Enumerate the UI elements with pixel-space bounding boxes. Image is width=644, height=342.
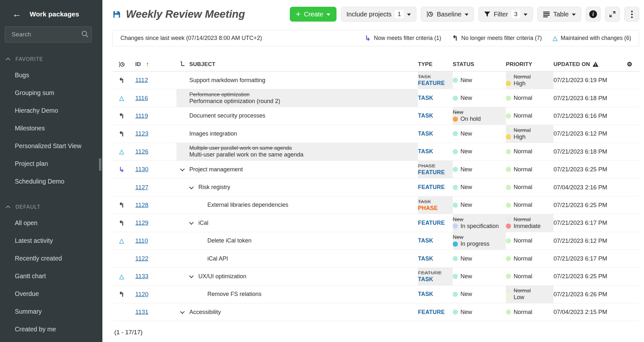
work-package-id-link[interactable]: 1128 [135,202,148,209]
more-options-button[interactable] [624,7,639,22]
fullscreen-button[interactable] [605,7,620,22]
type-cell: FEATURE [418,303,453,321]
subject-value: UX/UI optimization [198,273,246,280]
sidebar-item-personalized-start-view[interactable]: Personalized Start View [0,137,102,155]
id-cell: 1128 [131,196,176,214]
row-settings-cell [620,143,639,160]
sidebar-item-created-by-me[interactable]: Created by me [0,320,102,338]
status-value: New [453,273,472,280]
table-row[interactable]: ↰1119Document security processesTASKNewO… [112,107,639,125]
work-package-id-link[interactable]: 1129 [135,219,148,226]
info-button[interactable]: i [586,7,601,22]
sidebar-item-gantt-chart[interactable]: Gantt chart [0,267,102,285]
table-row[interactable]: 1122iCal APITASKNewNormal07/21/2023 6:17… [112,250,639,268]
column-header-status[interactable]: STATUS [453,57,506,71]
sidebar-item-latest-activity[interactable]: Latest activity [0,232,102,250]
type-lines: TASK [418,95,433,101]
work-package-id-link[interactable]: 1123 [135,130,148,137]
create-button[interactable]: + Create [290,7,336,22]
gear-icon: ⚙ [627,61,632,68]
status-dot-icon [506,309,511,315]
sidebar-item-summary[interactable]: Summary [0,303,102,320]
sidebar-item-all-open[interactable]: All open [0,214,102,232]
sidebar-item-bugs[interactable]: Bugs [0,66,102,84]
priority-lines: NormalHigh [506,127,531,140]
subject-text: Accessibility [189,309,221,316]
collapse-chevron-icon[interactable] [189,221,198,224]
updated-on-cell: 07/21/2023 6:25 PM [554,268,620,285]
priority-cell: NormalHigh [506,71,554,89]
include-projects-button[interactable]: Include projects 1 [341,7,417,22]
status-dot-icon [506,113,511,119]
no-longer-meets-arrow-icon: ↰ [119,112,125,119]
work-package-id-link[interactable]: 1126 [135,148,148,155]
sidebar-section-header[interactable]: FAVORITE [0,52,102,66]
table-row[interactable]: ↰1123Images integrationTASKNewNormalHigh… [112,125,639,143]
subject-cell: External libraries dependencies [176,196,418,214]
table-row[interactable]: ↰1120Remove FS relationsTASKNewNormalLow… [112,286,639,303]
row-change-icon-cell [112,250,131,267]
type-value: TASK [418,112,433,119]
collapse-chevron-icon[interactable] [189,275,198,278]
status-value: New [453,291,472,298]
column-header-updated-on[interactable]: UPDATED ON [554,57,620,71]
filter-button[interactable]: Filter 3 [478,7,533,22]
work-package-id-link[interactable]: 1112 [135,77,148,84]
table-row[interactable]: △1133UX/UI optimizationFEATURETASKNewNor… [112,268,639,285]
sidebar-item-overdue[interactable]: Overdue [0,285,102,303]
collapse-chevron-icon[interactable] [180,168,189,171]
updated-on-cell: 07/21/2023 6:19 PM [554,71,620,89]
search-input[interactable] [5,26,92,43]
work-package-id-link[interactable]: 1122 [135,255,148,262]
sidebar-item-milestones[interactable]: Milestones [0,119,102,137]
sidebar-item-scheduling-demo[interactable]: Scheduling Demo [0,173,102,190]
priority-lines: Normal [506,309,532,316]
status-value: New [453,95,472,101]
column-header-subject[interactable]: SUBJECT [176,57,418,71]
column-header-priority[interactable]: PRIORITY [506,57,554,71]
table-row[interactable]: △1116Performance optimizationPerformance… [112,89,639,107]
back-arrow-icon[interactable]: ← [12,10,21,19]
work-package-id-link[interactable]: 1127 [135,184,148,191]
column-header-type[interactable]: TYPE [418,57,453,71]
table-row[interactable]: 1131AccessibilityFEATURENewNormal07/04/2… [112,303,639,321]
status-value: New [453,77,472,84]
type-cell: TASKFEATURE [418,71,453,89]
work-package-id-link[interactable]: 1120 [135,291,148,298]
main-content: Weekly Review Meeting + Create Include p… [102,0,644,342]
sidebar-item-project-plan[interactable]: Project plan [0,155,102,173]
work-package-id-link[interactable]: 1116 [135,95,148,102]
sidebar-resize-handle[interactable] [99,158,101,171]
fullscreen-icon [609,11,616,18]
updated-on-cell: 07/21/2023 6:12 PM [554,125,620,142]
collapse-chevron-icon[interactable] [189,186,198,189]
work-package-id-link[interactable]: 1133 [135,273,148,280]
priority-lines: Normal [506,255,532,262]
column-header-id[interactable]: ID ↑ [131,57,176,71]
sidebar-item-grouping-sum[interactable]: Grouping sum [0,84,102,102]
table-row[interactable]: ↳1130Project managementPHASEFEATURENewNo… [112,161,639,178]
status-dot-icon [506,149,511,154]
table-row[interactable]: 1127Risk registryFEATURENewNormal07/04/2… [112,178,639,196]
table-row[interactable]: △1126Multiple user parallel work on same… [112,143,639,161]
collapse-chevron-icon[interactable] [180,310,189,314]
table-view-button[interactable]: Table [537,7,581,22]
table-row[interactable]: ↰1128External libraries dependenciesTASK… [112,196,639,214]
subject-cell: Project management [176,161,418,178]
table-row[interactable]: ↰1112Support markdown formattingTASKFEAT… [112,71,639,89]
table-row[interactable]: △1110Delete iCal tokenTASKNewIn progress… [112,232,639,250]
work-package-id-link[interactable]: 1131 [135,309,148,316]
baseline-button[interactable]: Baseline [421,7,474,22]
maintained-triangle-icon: △ [119,238,124,244]
work-package-id-link[interactable]: 1119 [135,112,148,119]
sidebar-sections: FAVORITEBugsGrouping sumHierachy DemoMil… [0,52,102,338]
work-package-id-link[interactable]: 1130 [135,166,148,173]
work-package-id-link[interactable]: 1110 [135,237,148,244]
sidebar-item-hierachy-demo[interactable]: Hierachy Demo [0,102,102,119]
table-settings-button[interactable]: ⚙ [620,57,639,71]
priority-cell: Normal [506,178,554,196]
subject-old-value: Performance optimization [189,91,280,98]
sidebar-item-recently-created[interactable]: Recently created [0,250,102,267]
sidebar-section-header[interactable]: DEFAULT [0,200,102,214]
table-row[interactable]: ↰1129iCalFEATURENewIn specificationNorma… [112,214,639,232]
